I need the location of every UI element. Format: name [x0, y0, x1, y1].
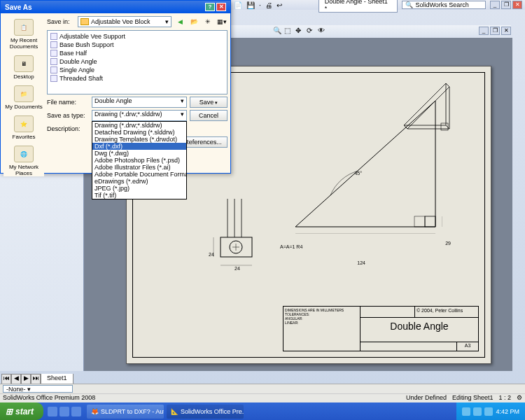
chevron-down-icon: ▾	[181, 97, 184, 104]
filename-input[interactable]: Double Angle▾	[92, 97, 187, 108]
dimension: 24	[209, 252, 214, 257]
dialog-title: Save As	[5, 4, 32, 11]
savetype-option[interactable]: Detached Drawing (*.slddrw)	[92, 129, 186, 136]
place-desktop[interactable]: 🖥Desktop	[13, 55, 34, 80]
status-icon[interactable]: ⚙	[517, 394, 522, 402]
taskbar-item[interactable]: 📐 SolidWorks Office Pre...	[167, 405, 244, 419]
list-item[interactable]: Double Angle	[49, 57, 225, 66]
svg-line-9	[446, 83, 449, 87]
savetype-option[interactable]: Adobe Illustrator Files (*.ai)	[92, 164, 186, 171]
views-button[interactable]: ▦▾	[216, 16, 227, 27]
list-item[interactable]: Base Bush Support	[49, 41, 225, 49]
dimension: 124	[357, 260, 365, 265]
savetype-option[interactable]: Drawing Templates (*.drwdot)	[92, 136, 186, 143]
ql-icon[interactable]	[59, 407, 69, 416]
search-input[interactable]: 🔍 SolidWorks Search	[402, 1, 486, 9]
back-button[interactable]: ◀	[174, 16, 186, 27]
place-network[interactable]: 🌐My Network Places	[4, 146, 44, 176]
svg-line-8	[446, 125, 449, 129]
chevron-down-icon: ▾	[181, 111, 184, 118]
copyright-text: © 2004, Peter Collins	[415, 307, 478, 317]
up-button[interactable]: 📂	[188, 16, 200, 27]
doc-minimize-button[interactable]: _	[479, 27, 489, 35]
save-in-value: Adjustable Vee Block	[91, 18, 150, 25]
status-scale: 1 : 2	[498, 394, 511, 402]
svg-rect-1	[425, 216, 435, 227]
save-in-combo[interactable]: Adjustable Vee Block ▾	[78, 16, 172, 27]
title-block-notes: DIMENSIONS ARE IN MILLIMETERSTOLERANCES:…	[284, 307, 360, 351]
minimize-button[interactable]: _	[490, 1, 500, 9]
doc-maximize-button[interactable]: ❐	[490, 27, 500, 35]
toolbar-icon[interactable]: 💾	[246, 1, 255, 9]
file-list[interactable]: Adjustable Vee Support Base Bush Support…	[47, 30, 227, 94]
file-icon	[50, 75, 57, 82]
dialog-help-button[interactable]: ?	[205, 3, 215, 11]
view-toolbar: 🔍 ⬚ ✥ ⟳ 👁 _ ❐ ✕	[231, 25, 511, 36]
savetype-label: Save as type:	[47, 112, 89, 119]
maximize-button[interactable]: ❐	[501, 1, 511, 9]
taskbar: ⊞ start 🦊 SLDPRT to DXF? - Aut... 📐 Soli…	[0, 402, 525, 420]
documents-icon: 📁	[14, 85, 34, 102]
file-icon	[50, 33, 57, 40]
dimension: 24	[234, 266, 240, 271]
taskbar-item[interactable]: 🦊 SLDPRT to DXF? - Aut...	[87, 405, 164, 419]
svg-marker-6	[407, 87, 449, 129]
toolbar-icon[interactable]: 🖨	[265, 1, 272, 9]
svg-line-7	[404, 125, 407, 129]
svg-rect-2	[414, 216, 425, 227]
new-folder-button[interactable]: ✳	[202, 16, 214, 27]
rotate-icon[interactable]: ⟳	[307, 27, 315, 35]
list-item[interactable]: Single Angle	[49, 66, 225, 74]
svg-marker-5	[404, 83, 446, 125]
start-button[interactable]: ⊞ start	[0, 402, 43, 420]
savetype-option[interactable]: Tif (*.tif)	[92, 192, 186, 199]
list-item[interactable]: Base Half	[49, 49, 225, 57]
place-mydocs[interactable]: 📁My Documents	[5, 85, 42, 110]
ql-icon[interactable]	[71, 407, 81, 416]
savetype-option[interactable]: eDrawings (*.edrw)	[92, 178, 186, 185]
savetype-option[interactable]: Dxf (*.dxf)	[92, 143, 186, 150]
savetype-option[interactable]: Dwg (*.dwg)	[92, 150, 186, 157]
view-icon[interactable]: 👁	[318, 27, 326, 35]
cancel-button[interactable]: Cancel	[190, 110, 227, 121]
layer-combo[interactable]: -None- ▾	[3, 385, 73, 393]
file-icon	[50, 66, 57, 74]
tray-icon[interactable]	[462, 407, 470, 416]
savetype-combo[interactable]: Drawing (*.drw;*.slddrw)▾ Drawing (*.drw…	[92, 110, 187, 121]
place-recent[interactable]: 📋My Recent Documents	[4, 19, 44, 50]
dialog-close-button[interactable]: ✕	[216, 3, 226, 11]
doc-close-button[interactable]: ✕	[501, 27, 511, 35]
clock[interactable]: 4:42 PM	[496, 408, 519, 415]
save-button[interactable]: Save	[190, 97, 227, 108]
dialog-titlebar[interactable]: Save As ? ✕	[1, 1, 230, 13]
ql-icon[interactable]	[48, 407, 57, 416]
list-item[interactable]: Adjustable Vee Support	[49, 32, 225, 41]
description-label: Description:	[47, 125, 89, 132]
tray-icon[interactable]	[473, 407, 482, 416]
savetype-option[interactable]: Drawing (*.drw;*.slddrw)	[92, 122, 186, 129]
status-editing: Editing Sheet1	[452, 394, 493, 402]
savetype-option[interactable]: JPEG (*.jpg)	[92, 185, 186, 192]
pan-icon[interactable]: ✥	[295, 27, 304, 35]
document-tab[interactable]: Double Angle - Sheet1 *	[318, 0, 398, 13]
savetype-option[interactable]: Adobe Photoshop Files (*.psd)	[92, 157, 186, 164]
tray-icon[interactable]	[484, 407, 493, 416]
savetype-option[interactable]: Adobe Portable Document Format (*.pdf)	[92, 171, 186, 178]
network-icon: 🌐	[14, 146, 34, 162]
recent-icon: 📋	[14, 19, 34, 36]
toolbar-icon[interactable]: ↩	[276, 1, 282, 9]
file-icon	[50, 50, 57, 57]
place-favorites[interactable]: ⭐Favorites	[13, 115, 36, 140]
drawing-title: Double Angle	[360, 318, 478, 342]
chevron-down-icon: ▾	[165, 18, 169, 25]
zoom-area-icon[interactable]: ⬚	[284, 27, 293, 35]
status-bar-1: -None- ▾	[0, 384, 525, 393]
toolbar-icon[interactable]: 📄	[234, 1, 242, 9]
zoom-fit-icon[interactable]: 🔍	[273, 27, 281, 35]
toolbar-sep: ·	[259, 1, 261, 9]
filename-label: File name:	[47, 99, 89, 106]
close-button[interactable]: ✕	[512, 1, 522, 9]
list-item[interactable]: Threaded Shaft	[49, 74, 225, 83]
window-controls: _ ❐ ✕	[490, 1, 522, 9]
favorites-icon: ⭐	[14, 115, 34, 132]
